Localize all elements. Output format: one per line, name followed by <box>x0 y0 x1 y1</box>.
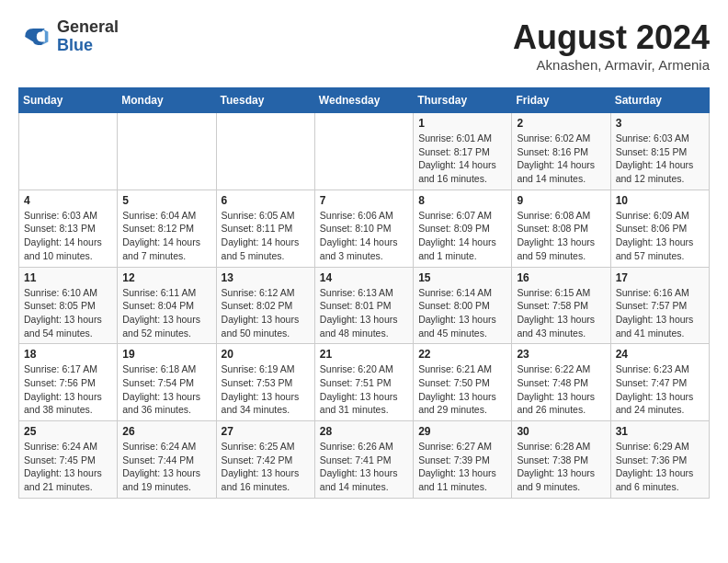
calendar-day-30: 30Sunrise: 6:28 AM Sunset: 7:38 PM Dayli… <box>512 421 610 499</box>
day-number: 25 <box>24 425 112 438</box>
day-info: Sunrise: 6:14 AM Sunset: 8:00 PM Dayligh… <box>418 286 506 340</box>
day-info: Sunrise: 6:17 AM Sunset: 7:56 PM Dayligh… <box>24 362 112 417</box>
day-number: 22 <box>418 348 506 361</box>
calendar-day-27: 27Sunrise: 6:25 AM Sunset: 7:42 PM Dayli… <box>216 421 314 499</box>
day-info: Sunrise: 6:03 AM Sunset: 8:13 PM Dayligh… <box>24 209 112 263</box>
day-info: Sunrise: 6:09 AM Sunset: 8:06 PM Dayligh… <box>616 209 704 263</box>
header-wednesday: Wednesday <box>314 88 413 113</box>
calendar-day-28: 28Sunrise: 6:26 AM Sunset: 7:41 PM Dayli… <box>314 421 413 499</box>
day-info: Sunrise: 6:12 AM Sunset: 8:02 PM Dayligh… <box>222 286 310 340</box>
day-number: 27 <box>222 425 310 438</box>
day-info: Sunrise: 6:23 AM Sunset: 7:47 PM Dayligh… <box>616 362 704 417</box>
calendar-day-23: 23Sunrise: 6:22 AM Sunset: 7:48 PM Dayli… <box>512 344 610 421</box>
calendar-day-20: 20Sunrise: 6:19 AM Sunset: 7:53 PM Dayli… <box>216 344 314 421</box>
calendar-week-row: 1Sunrise: 6:01 AM Sunset: 8:17 PM Daylig… <box>19 113 710 190</box>
calendar-empty-cell <box>314 113 413 190</box>
day-info: Sunrise: 6:05 AM Sunset: 8:11 PM Dayligh… <box>222 209 310 263</box>
day-info: Sunrise: 6:10 AM Sunset: 8:05 PM Dayligh… <box>24 286 112 340</box>
logo-general: General <box>57 18 119 37</box>
calendar-day-10: 10Sunrise: 6:09 AM Sunset: 8:06 PM Dayli… <box>610 190 709 267</box>
day-info: Sunrise: 6:19 AM Sunset: 7:53 PM Dayligh… <box>222 362 310 417</box>
calendar-header-row: SundayMondayTuesdayWednesdayThursdayFrid… <box>19 88 710 113</box>
day-number: 10 <box>616 194 704 207</box>
day-info: Sunrise: 6:21 AM Sunset: 7:50 PM Dayligh… <box>418 362 506 417</box>
calendar-title: August 2024 <box>513 18 710 57</box>
day-info: Sunrise: 6:03 AM Sunset: 8:15 PM Dayligh… <box>616 132 704 186</box>
calendar-day-29: 29Sunrise: 6:27 AM Sunset: 7:39 PM Dayli… <box>414 421 512 499</box>
day-info: Sunrise: 6:20 AM Sunset: 7:51 PM Dayligh… <box>320 362 408 417</box>
day-info: Sunrise: 6:24 AM Sunset: 7:45 PM Dayligh… <box>24 440 112 494</box>
header-tuesday: Tuesday <box>216 88 314 113</box>
day-number: 14 <box>320 271 408 284</box>
calendar-empty-cell <box>216 113 314 190</box>
calendar-week-row: 18Sunrise: 6:17 AM Sunset: 7:56 PM Dayli… <box>19 344 710 421</box>
calendar-day-1: 1Sunrise: 6:01 AM Sunset: 8:17 PM Daylig… <box>414 113 512 190</box>
day-info: Sunrise: 6:13 AM Sunset: 8:01 PM Dayligh… <box>320 286 408 340</box>
day-number: 29 <box>418 425 506 438</box>
calendar-day-8: 8Sunrise: 6:07 AM Sunset: 8:09 PM Daylig… <box>414 190 512 267</box>
calendar-week-row: 25Sunrise: 6:24 AM Sunset: 7:45 PM Dayli… <box>19 421 710 499</box>
calendar-day-13: 13Sunrise: 6:12 AM Sunset: 8:02 PM Dayli… <box>216 267 314 344</box>
calendar-day-17: 17Sunrise: 6:16 AM Sunset: 7:57 PM Dayli… <box>610 267 709 344</box>
calendar-day-9: 9Sunrise: 6:08 AM Sunset: 8:08 PM Daylig… <box>512 190 610 267</box>
calendar-day-26: 26Sunrise: 6:24 AM Sunset: 7:44 PM Dayli… <box>118 421 216 499</box>
day-info: Sunrise: 6:18 AM Sunset: 7:54 PM Dayligh… <box>122 362 210 417</box>
calendar-day-21: 21Sunrise: 6:20 AM Sunset: 7:51 PM Dayli… <box>314 344 413 421</box>
day-info: Sunrise: 6:28 AM Sunset: 7:38 PM Dayligh… <box>517 440 605 494</box>
day-number: 18 <box>24 348 112 361</box>
calendar-day-12: 12Sunrise: 6:11 AM Sunset: 8:04 PM Dayli… <box>118 267 216 344</box>
day-info: Sunrise: 6:22 AM Sunset: 7:48 PM Dayligh… <box>517 362 605 417</box>
day-number: 12 <box>122 271 210 284</box>
logo-icon <box>18 20 51 53</box>
calendar-day-6: 6Sunrise: 6:05 AM Sunset: 8:11 PM Daylig… <box>216 190 314 267</box>
page-header: General Blue August 2024 Aknashen, Armav… <box>18 18 710 73</box>
calendar-subtitle: Aknashen, Armavir, Armenia <box>513 57 710 73</box>
calendar-empty-cell <box>118 113 216 190</box>
day-info: Sunrise: 6:06 AM Sunset: 8:10 PM Dayligh… <box>320 209 408 263</box>
calendar-day-14: 14Sunrise: 6:13 AM Sunset: 8:01 PM Dayli… <box>314 267 413 344</box>
calendar-day-31: 31Sunrise: 6:29 AM Sunset: 7:36 PM Dayli… <box>610 421 709 499</box>
day-number: 19 <box>122 348 210 361</box>
calendar-day-7: 7Sunrise: 6:06 AM Sunset: 8:10 PM Daylig… <box>314 190 413 267</box>
logo-text: General Blue <box>57 18 119 55</box>
day-info: Sunrise: 6:26 AM Sunset: 7:41 PM Dayligh… <box>320 440 408 494</box>
calendar-day-15: 15Sunrise: 6:14 AM Sunset: 8:00 PM Dayli… <box>414 267 512 344</box>
calendar-table: SundayMondayTuesdayWednesdayThursdayFrid… <box>18 87 710 499</box>
day-info: Sunrise: 6:11 AM Sunset: 8:04 PM Dayligh… <box>122 286 210 340</box>
day-number: 26 <box>122 425 210 438</box>
day-info: Sunrise: 6:07 AM Sunset: 8:09 PM Dayligh… <box>418 209 506 263</box>
day-number: 5 <box>122 194 210 207</box>
calendar-day-18: 18Sunrise: 6:17 AM Sunset: 7:56 PM Dayli… <box>19 344 118 421</box>
calendar-week-row: 4Sunrise: 6:03 AM Sunset: 8:13 PM Daylig… <box>19 190 710 267</box>
day-number: 3 <box>616 117 704 130</box>
day-info: Sunrise: 6:15 AM Sunset: 7:58 PM Dayligh… <box>517 286 605 340</box>
logo-blue: Blue <box>57 37 119 55</box>
day-number: 6 <box>222 194 310 207</box>
day-number: 15 <box>418 271 506 284</box>
day-info: Sunrise: 6:24 AM Sunset: 7:44 PM Dayligh… <box>122 440 210 494</box>
day-number: 2 <box>517 117 605 130</box>
calendar-day-24: 24Sunrise: 6:23 AM Sunset: 7:47 PM Dayli… <box>610 344 709 421</box>
day-number: 7 <box>320 194 408 207</box>
calendar-day-25: 25Sunrise: 6:24 AM Sunset: 7:45 PM Dayli… <box>19 421 118 499</box>
day-number: 11 <box>24 271 112 284</box>
day-info: Sunrise: 6:01 AM Sunset: 8:17 PM Dayligh… <box>418 132 506 186</box>
header-thursday: Thursday <box>414 88 512 113</box>
day-info: Sunrise: 6:27 AM Sunset: 7:39 PM Dayligh… <box>418 440 506 494</box>
day-number: 13 <box>222 271 310 284</box>
header-saturday: Saturday <box>610 88 709 113</box>
header-sunday: Sunday <box>19 88 118 113</box>
day-info: Sunrise: 6:04 AM Sunset: 8:12 PM Dayligh… <box>122 209 210 263</box>
day-number: 21 <box>320 348 408 361</box>
calendar-day-22: 22Sunrise: 6:21 AM Sunset: 7:50 PM Dayli… <box>414 344 512 421</box>
calendar-day-4: 4Sunrise: 6:03 AM Sunset: 8:13 PM Daylig… <box>19 190 118 267</box>
title-block: August 2024 Aknashen, Armavir, Armenia <box>513 18 710 73</box>
calendar-day-11: 11Sunrise: 6:10 AM Sunset: 8:05 PM Dayli… <box>19 267 118 344</box>
day-number: 9 <box>517 194 605 207</box>
header-monday: Monday <box>118 88 216 113</box>
calendar-day-16: 16Sunrise: 6:15 AM Sunset: 7:58 PM Dayli… <box>512 267 610 344</box>
day-number: 28 <box>320 425 408 438</box>
day-info: Sunrise: 6:25 AM Sunset: 7:42 PM Dayligh… <box>222 440 310 494</box>
calendar-day-5: 5Sunrise: 6:04 AM Sunset: 8:12 PM Daylig… <box>118 190 216 267</box>
day-number: 31 <box>616 425 704 438</box>
